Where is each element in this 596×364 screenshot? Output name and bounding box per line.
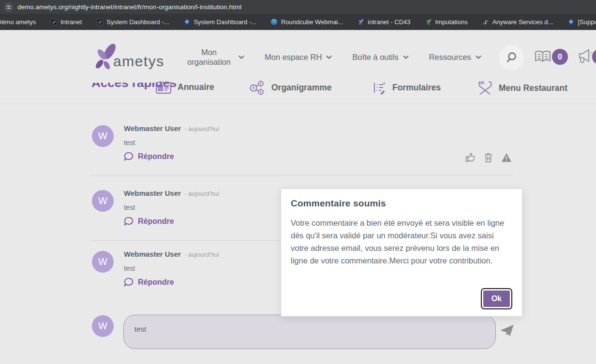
comment-date: - aujourd’hui bbox=[184, 251, 219, 258]
jira-favicon bbox=[184, 19, 191, 26]
site-info-icon[interactable] bbox=[4, 2, 14, 12]
warning-icon bbox=[501, 153, 512, 162]
paper-plane-icon bbox=[499, 324, 515, 337]
reply-button[interactable]: Répondre bbox=[124, 217, 174, 226]
thumbs-up-icon bbox=[465, 152, 476, 163]
address-bar[interactable]: demo.ametys.org/nightly-intranet/intrane… bbox=[17, 3, 241, 11]
chevron-down-icon bbox=[403, 55, 409, 59]
restaurant-icon bbox=[477, 80, 492, 96]
id-card-icon bbox=[156, 80, 171, 94]
avatar: W bbox=[92, 251, 114, 273]
news-count-badge[interactable]: 0 bbox=[551, 48, 569, 66]
comment-author: Webmaster User bbox=[124, 250, 181, 258]
page-content: ametys Mon organisation Mon espace RH Bo… bbox=[0, 30, 596, 364]
browser-url-bar: demo.ametys.org/nightly-intranet/intrane… bbox=[0, 0, 596, 14]
speech-bubble-icon bbox=[124, 277, 134, 287]
quick-link-annuaire[interactable]: Annuaire bbox=[156, 80, 214, 94]
chevron-down-icon bbox=[326, 55, 332, 59]
quick-link-organigramme[interactable]: Organigramme bbox=[249, 80, 331, 95]
report-button[interactable] bbox=[501, 153, 512, 162]
comment-date: - aujourd’hui bbox=[184, 125, 219, 132]
bookmark-demo-ametys[interactable]: Démo ametys bbox=[0, 18, 36, 26]
quick-link-menu-restaurant[interactable]: Menu Restaurant bbox=[477, 80, 567, 96]
bookmark-system-dashboard-2[interactable]: System Dashboard -... bbox=[184, 18, 256, 26]
newspaper-icon bbox=[533, 49, 552, 65]
comment-text: test bbox=[124, 139, 518, 146]
bookmark-anyware[interactable]: Anyware Services d... bbox=[482, 18, 553, 26]
search-button[interactable] bbox=[499, 45, 524, 70]
ametys-purple-favicon bbox=[358, 19, 364, 26]
delete-button[interactable] bbox=[484, 152, 493, 163]
main-nav: Mon organisation Mon espace RH Boîte à o… bbox=[184, 44, 481, 71]
news-button[interactable] bbox=[533, 49, 552, 67]
org-chart-icon bbox=[249, 80, 265, 95]
intranet-favicon bbox=[50, 19, 57, 26]
bookmark-support-jira-1[interactable]: [Support] - JIRA Any... bbox=[567, 18, 596, 26]
speech-bubble-icon bbox=[124, 217, 134, 226]
chevron-down-icon bbox=[476, 55, 481, 59]
nav-ressources[interactable]: Ressources bbox=[429, 53, 481, 62]
comment-date: - aujourd’hui bbox=[184, 190, 219, 197]
nav-mon-espace-rh[interactable]: Mon espace RH bbox=[265, 53, 332, 62]
anyware-favicon bbox=[482, 19, 489, 26]
comment-input[interactable]: test bbox=[124, 315, 495, 349]
comment-divider bbox=[89, 175, 514, 176]
bookmark-intranet[interactable]: Intranet bbox=[50, 18, 82, 26]
avatar: W bbox=[92, 125, 114, 147]
dialog-message: Votre commentaire a bien été envoyé et s… bbox=[291, 217, 512, 267]
dashboard-favicon bbox=[96, 19, 103, 26]
quick-link-formulaires[interactable]: Formulaires bbox=[372, 80, 441, 95]
section-divider bbox=[0, 104, 596, 104]
ametys-green-favicon bbox=[425, 19, 432, 26]
reply-button[interactable]: Répondre bbox=[124, 277, 174, 287]
bookmark-imputations[interactable]: Imputations bbox=[425, 18, 468, 26]
screen: demo.ametys.org/nightly-intranet/intrane… bbox=[0, 0, 596, 364]
bookmark-intranet-cd43[interactable]: intranet - CD43 bbox=[358, 18, 410, 26]
nav-boite-a-outils[interactable]: Boîte à outils bbox=[352, 53, 408, 62]
nav-mon-organisation[interactable]: Mon organisation bbox=[184, 47, 244, 67]
dialog-title: Commentaire soumis bbox=[291, 198, 512, 209]
bookmarks-bar: Démo ametys Intranet System Dashboard -.… bbox=[0, 14, 596, 30]
ametys-logo[interactable]: ametys bbox=[90, 44, 164, 73]
bookmark-system-dashboard-1[interactable]: System Dashboard -... bbox=[96, 18, 169, 26]
bookmark-roundcube[interactable]: Roundcube Webmai... bbox=[271, 18, 343, 26]
comment-item-1: W Webmaster User - aujourd’hui test Répo… bbox=[92, 124, 518, 163]
comment-submitted-dialog: Commentaire soumis Votre commentaire a b… bbox=[281, 189, 522, 317]
reply-button[interactable]: Répondre bbox=[124, 152, 174, 161]
send-button[interactable] bbox=[499, 324, 515, 337]
avatar: W bbox=[92, 315, 114, 337]
logo-text: ametys bbox=[113, 53, 164, 70]
like-button[interactable] bbox=[465, 152, 476, 163]
roundcube-favicon bbox=[271, 19, 278, 26]
avatar: W bbox=[92, 190, 114, 212]
comment-author: Webmaster User bbox=[124, 124, 181, 132]
comment-author: Webmaster User bbox=[124, 189, 181, 197]
speech-bubble-icon bbox=[124, 152, 134, 161]
ok-button[interactable]: Ok bbox=[482, 289, 511, 308]
search-icon bbox=[505, 51, 518, 64]
jira-favicon bbox=[567, 19, 574, 26]
comment-input-box[interactable]: test bbox=[123, 315, 496, 349]
trash-icon bbox=[484, 152, 493, 163]
form-icon bbox=[372, 80, 386, 95]
chevron-down-icon bbox=[238, 55, 244, 59]
